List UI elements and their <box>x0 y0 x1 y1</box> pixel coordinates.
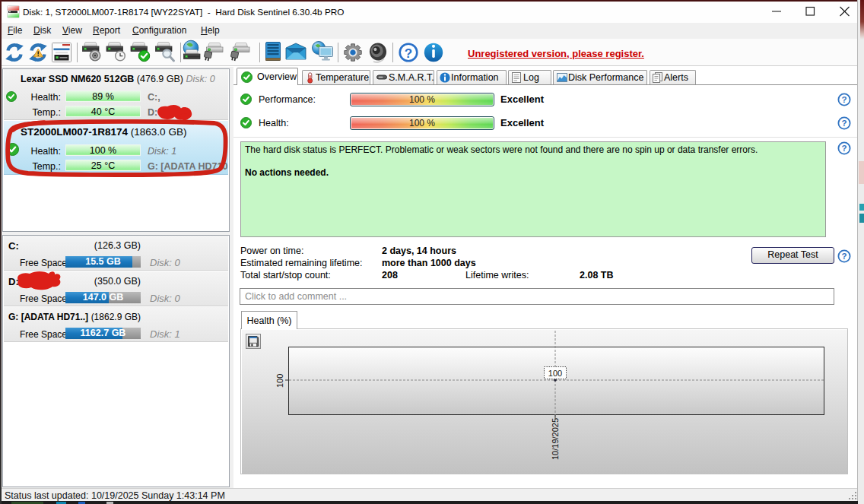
svg-text:100: 100 <box>275 374 284 388</box>
svg-text:?: ? <box>405 46 412 61</box>
svg-text:?: ? <box>841 144 847 153</box>
svg-text:100: 100 <box>548 369 562 378</box>
svg-text:10/19/2025: 10/19/2025 <box>551 418 560 460</box>
svg-text:?: ? <box>841 119 847 128</box>
svg-text:?: ? <box>841 252 847 261</box>
svg-text:?: ? <box>841 95 847 104</box>
